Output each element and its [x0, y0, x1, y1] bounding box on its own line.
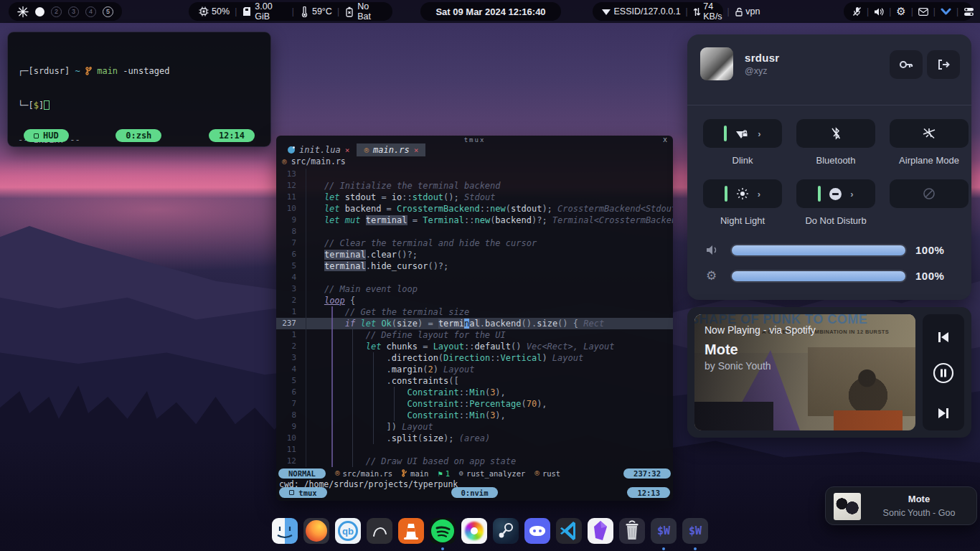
- code-line[interactable]: 8: [276, 226, 673, 237]
- code-line[interactable]: 10 let backend = CrosstermBackend::new(s…: [276, 203, 673, 215]
- tmux-window-pill[interactable]: 0:nvim: [451, 487, 499, 498]
- spotify-icon: [430, 518, 456, 544]
- dock-vscode[interactable]: [556, 518, 582, 544]
- code-line[interactable]: 2 loop {: [276, 295, 673, 306]
- line-number: 12: [276, 180, 303, 192]
- password-key-button[interactable]: [890, 50, 923, 79]
- code-line[interactable]: 7 Constraint::Percentage(70),: [276, 398, 673, 410]
- mail-icon[interactable]: [918, 6, 928, 17]
- dock-file-manager[interactable]: [272, 518, 298, 544]
- tmux-session-pill[interactable]: tmux: [279, 487, 327, 498]
- toggle-bluetooth[interactable]: [796, 119, 875, 148]
- code-line[interactable]: 13: [276, 169, 673, 180]
- close-window-button[interactable]: x: [663, 136, 667, 143]
- code-line[interactable]: 8 Constraint::Min(3),: [276, 410, 673, 421]
- statusline-filetype: ®rust: [534, 468, 560, 478]
- terminal-window[interactable]: ┌─[srdusr] ~ main -unstaged └─[$] -- INS…: [7, 32, 271, 147]
- tab-init-lua[interactable]: init.lua ×: [281, 143, 357, 156]
- workspace-5[interactable]: 5: [103, 6, 113, 17]
- dock-media-player[interactable]: [367, 518, 392, 544]
- code-text: let chunks = Layout::default() Vec<Rect>…: [303, 341, 673, 352]
- toggle-do-not-disturb[interactable]: ›: [796, 179, 875, 208]
- microphone-muted-icon[interactable]: [852, 6, 862, 17]
- code-line-current[interactable]: 237 if let Ok(size) = terminal.backend()…: [276, 318, 673, 329]
- dock-sway-1[interactable]: $W: [651, 518, 677, 544]
- editor-window[interactable]: tmux x init.lua × ® main.rs × ® src/main…: [276, 136, 673, 501]
- code-line[interactable]: 6 Constraint::Min(3),: [276, 387, 673, 398]
- workspace-2[interactable]: 2: [51, 6, 62, 17]
- volume-icon[interactable]: [874, 6, 884, 17]
- dock-steam[interactable]: [493, 518, 519, 544]
- code-line[interactable]: 10 .split(size); (area): [276, 433, 673, 444]
- sun-icon: [736, 187, 749, 200]
- workspace-3[interactable]: 3: [68, 6, 79, 17]
- dock-vlc[interactable]: [398, 518, 424, 544]
- dock-qbittorrent[interactable]: qb: [335, 518, 361, 544]
- clock-module[interactable]: Sat 09 Mar 2024 12:16:40: [420, 2, 561, 21]
- code-line[interactable]: 12 // Draw UI based on app state: [276, 456, 673, 467]
- volume-slider[interactable]: [730, 244, 907, 257]
- code-line[interactable]: 1 // Define layout for the UI: [276, 329, 673, 341]
- dock-sway-2[interactable]: $W: [682, 518, 708, 544]
- code-area[interactable]: 1312 // Initialize the terminal backend1…: [276, 169, 673, 467]
- dock-firefox[interactable]: [303, 518, 329, 544]
- code-line[interactable]: 6 terminal.clear()?;: [276, 249, 673, 260]
- code-line[interactable]: 4 .margin(2) Layout: [276, 364, 673, 375]
- code-line[interactable]: 3 // Main event loop: [276, 283, 673, 295]
- code-line[interactable]: 2 let chunks = Layout::default() Vec<Rec…: [276, 341, 673, 352]
- code-text: [303, 226, 673, 237]
- cursor-position-pill: 237:32: [623, 468, 671, 479]
- next-track-button[interactable]: [923, 399, 964, 428]
- workspace-1[interactable]: [35, 7, 44, 17]
- pause-button[interactable]: [923, 359, 964, 387]
- active-indicator: [724, 126, 727, 141]
- toggles-icon[interactable]: [963, 6, 974, 17]
- tmux-session-pill[interactable]: HUD: [24, 129, 69, 142]
- logout-button[interactable]: [927, 50, 960, 79]
- settings-gear-icon[interactable]: ⚙: [896, 6, 905, 17]
- previous-track-button[interactable]: [923, 323, 964, 352]
- tab-close-icon[interactable]: ×: [414, 146, 419, 155]
- firefox-icon: [306, 520, 327, 542]
- dock-obsidian[interactable]: [588, 518, 613, 544]
- media-controls: [923, 314, 964, 430]
- battery-icon: [344, 6, 355, 17]
- workspace-4[interactable]: 4: [85, 6, 96, 17]
- code-text: .split(size); (area): [303, 433, 673, 444]
- line-number: 9: [276, 215, 303, 226]
- code-line[interactable]: 9 let mut terminal = Terminal::new(backe…: [276, 215, 673, 226]
- notification-popup[interactable]: Mote Sonic Youth - Goo: [825, 486, 977, 525]
- code-line[interactable]: 5 .constraints([: [276, 375, 673, 387]
- code-line[interactable]: 11: [276, 444, 673, 456]
- code-line[interactable]: 9 ]) Layout: [276, 421, 673, 433]
- dock-discord[interactable]: [524, 518, 550, 544]
- code-line[interactable]: 4: [276, 272, 673, 283]
- code-line[interactable]: 7 // Clear the terminal and hide the cur…: [276, 237, 673, 249]
- tab-main-rs[interactable]: ® main.rs ×: [357, 143, 425, 156]
- toggle-wifi-dlink[interactable]: ›: [703, 119, 782, 148]
- toggle-disabled[interactable]: [890, 179, 969, 208]
- indent-guide: [373, 352, 374, 444]
- code-line[interactable]: 11 let stdout = io::stdout(); Stdout: [276, 192, 673, 203]
- dock-trash[interactable]: [619, 518, 645, 544]
- updates-chevron-icon[interactable]: [941, 6, 951, 17]
- trash-icon: [619, 518, 645, 544]
- dock-spotify[interactable]: [430, 518, 456, 544]
- workspace-indicators[interactable]: 2345: [35, 6, 113, 17]
- tmux-window-pill[interactable]: 0:zsh: [116, 129, 161, 142]
- code-line[interactable]: 1 // Get the terminal size: [276, 306, 673, 318]
- dock-photos[interactable]: [461, 518, 487, 544]
- code-line[interactable]: 3 .direction(Direction::Vertical) Layout: [276, 352, 673, 364]
- album-art-card[interactable]: SHAPE OF PUNK TO COME A CHIMERICAL BOMBI…: [694, 314, 915, 430]
- toggle-night-light[interactable]: ›: [703, 179, 782, 208]
- date-time: Sat 09 Mar 2024 12:16:40: [435, 6, 545, 17]
- brightness-slider[interactable]: [730, 270, 907, 283]
- distro-logo-icon[interactable]: [17, 6, 29, 18]
- memory-icon: [242, 6, 253, 17]
- code-line[interactable]: 12 // Initialize the terminal backend: [276, 180, 673, 192]
- code-line[interactable]: 5 terminal.hide_cursor()?;: [276, 260, 673, 272]
- running-indicator-sway2: [694, 547, 697, 550]
- code-text: if let Ok(size) = terminal.backend().siz…: [303, 318, 673, 329]
- tab-close-icon[interactable]: ×: [345, 146, 350, 155]
- toggle-airplane-mode[interactable]: [890, 119, 969, 148]
